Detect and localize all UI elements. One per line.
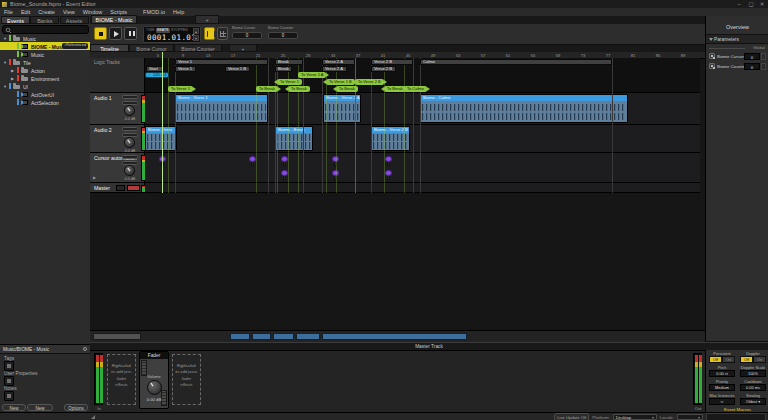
transition-marker-to-verse-1-b[interactable]: To Verse 1 B — [326, 79, 355, 85]
tab-assets[interactable]: Assets — [60, 16, 89, 24]
search-box[interactable] — [2, 25, 89, 34]
tab-banks[interactable]: Banks — [30, 16, 59, 24]
tree-folder-ui[interactable]: ▼UI — [0, 82, 90, 90]
playhead[interactable] — [162, 52, 163, 193]
master-fader-strip[interactable] — [127, 185, 140, 191]
transition-marker-to-break[interactable]: To Break — [256, 86, 278, 92]
timecode-down-button[interactable] — [193, 35, 199, 41]
destination-marker-break[interactable]: Break — [275, 66, 292, 72]
automation-point[interactable] — [385, 156, 392, 162]
region-marker-calme[interactable]: Calme — [420, 59, 612, 65]
pre-fader-effects-slot[interactable]: Right-click to add pre-fader effects — [107, 354, 136, 405]
live-update-button[interactable]: Live Update Off — [554, 413, 589, 420]
track-lane-cursor-automation[interactable] — [145, 153, 700, 183]
event-tab-biome-music[interactable]: BIOME - Music — [91, 15, 137, 24]
macro-value-cooldown[interactable]: 0.00 ms — [740, 384, 766, 391]
timecode-up-button[interactable] — [193, 28, 199, 34]
track-header-audio-2[interactable]: Audio 20.0 dB — [90, 125, 145, 153]
macro-value-doppler-scale[interactable]: 100% — [740, 370, 766, 377]
track-volume-knob[interactable] — [124, 105, 135, 116]
chevron-down-icon[interactable]: ▼ — [3, 36, 7, 41]
tree-folder-music[interactable]: ▼Music — [0, 34, 90, 42]
minimize-button[interactable]: – — [734, 0, 744, 8]
clip-biome-intro[interactable]: Biome - Intro — [145, 126, 177, 151]
parameter-menu-button[interactable] — [761, 63, 766, 70]
add-sheet-button[interactable]: + — [229, 44, 257, 52]
play-button[interactable] — [109, 27, 122, 40]
overview-clip-block[interactable] — [322, 333, 467, 340]
region-marker-verse-2-b[interactable]: Verse 2 B — [371, 59, 413, 65]
locale-select[interactable] — [677, 414, 703, 420]
menu-view[interactable]: View — [59, 8, 79, 16]
macro-value-pitch[interactable]: 0.00 st — [709, 370, 735, 377]
transition-marker-to-verse-2-b[interactable]: To Verse 2 B — [355, 79, 384, 85]
post-fader-effects-slot[interactable]: Right-click to add post-fader effects — [172, 354, 201, 405]
region-marker-verse-1[interactable]: Verse 1 — [175, 59, 268, 65]
clip-biome-calme[interactable]: Biome - Calme — [420, 94, 628, 123]
chevron-down-icon[interactable]: ▼ — [3, 84, 7, 89]
tree-folder-tile[interactable]: ▼Tile — [0, 58, 90, 66]
expander-icon[interactable]: ▶ — [93, 175, 96, 180]
parameter-menu-button[interactable] — [761, 53, 766, 60]
track-button[interactable] — [122, 101, 138, 105]
region-marker-verse-2-a[interactable]: Verse 2 A — [322, 59, 355, 65]
menu-file[interactable]: File — [0, 8, 17, 16]
track-button[interactable] — [122, 127, 138, 131]
user-properties-add-button[interactable] — [4, 376, 14, 386]
track-header-audio-1[interactable]: Audio 10.0 dB — [90, 93, 145, 125]
clip-biome-break[interactable]: Biome - Break — [275, 126, 313, 151]
pause-button[interactable] — [124, 27, 137, 40]
destination-marker-verse-1-b[interactable]: Verse 1 B — [225, 66, 250, 72]
tab-events[interactable]: Events — [1, 16, 30, 24]
search-input[interactable] — [13, 26, 83, 33]
macro-value-priority[interactable]: Medium — [709, 384, 735, 391]
tree-event-actoverui[interactable]: ActOverUI — [0, 90, 90, 98]
track-volume-knob[interactable] — [124, 137, 135, 148]
track-button[interactable] — [122, 155, 138, 159]
tree-folder-action[interactable]: ▶Action — [0, 66, 90, 74]
chevron-right-icon[interactable]: ▶ — [11, 68, 14, 73]
overview-clip-block[interactable] — [230, 333, 250, 340]
overview-clip-block[interactable] — [296, 333, 320, 340]
automation-point[interactable] — [249, 156, 256, 162]
track-header-cursor-automation[interactable]: Cursor automation0.0 dB▶ — [90, 153, 145, 183]
tree-event-actselection[interactable]: ActSelection — [0, 98, 90, 106]
track-header-master[interactable]: Master — [90, 183, 145, 193]
destination-marker-verse-2-b[interactable]: Verse 2 B — [371, 66, 396, 72]
stop-button[interactable] — [94, 27, 107, 40]
snap-to-grid-button[interactable] — [217, 27, 228, 40]
platform-select[interactable]: Desktop — [613, 414, 657, 420]
pin-icon[interactable] — [83, 347, 87, 351]
transition-marker-to-break[interactable]: To Break — [336, 86, 358, 92]
menu-create[interactable]: Create — [34, 8, 59, 16]
chevron-right-icon[interactable]: ▶ — [11, 76, 14, 81]
track-lane-audio-2[interactable] — [145, 125, 700, 153]
menu-edit[interactable]: Edit — [17, 8, 34, 16]
automation-point[interactable] — [281, 156, 288, 162]
track-button[interactable] — [122, 95, 138, 99]
param-slider-biome-counter[interactable]: 0 — [268, 32, 298, 39]
sheet-tab-biome-cursor[interactable]: Biome Cursor — [129, 44, 174, 52]
options-button[interactable]: Options — [64, 404, 88, 411]
toggle-off[interactable]: Off — [740, 356, 753, 363]
toggle-on[interactable]: On — [722, 356, 735, 363]
transition-marker-to-break[interactable]: To Break — [384, 86, 406, 92]
transition-marker-to-verse-1[interactable]: To Verse 1 — [168, 86, 193, 92]
transition-marker-to-calme[interactable]: To Calme — [404, 86, 427, 92]
track-lane-master[interactable] — [145, 183, 700, 193]
follow-playhead-button[interactable] — [204, 27, 215, 40]
menu-help[interactable]: Help — [169, 8, 188, 16]
param-slider-biome-cursor[interactable]: 0 — [232, 32, 262, 39]
tags-add-button[interactable] — [4, 361, 14, 371]
destination-marker-start[interactable]: Start — [146, 66, 163, 72]
toggle-on[interactable]: On — [753, 356, 766, 363]
tree-event-biome-music[interactable]: BIOME - Music#Referenced — [0, 42, 90, 50]
new-folder-button[interactable]: New Folder — [27, 404, 53, 411]
automation-point[interactable] — [281, 170, 288, 176]
automation-point[interactable] — [385, 170, 392, 176]
maximize-button[interactable]: ▢ — [746, 0, 756, 8]
volume-knob[interactable] — [147, 380, 162, 395]
new-tab-button[interactable]: + — [195, 15, 219, 24]
time-mode-button[interactable]: TIME — [146, 28, 155, 32]
transition-marker-to-break[interactable]: To Break — [288, 86, 310, 92]
